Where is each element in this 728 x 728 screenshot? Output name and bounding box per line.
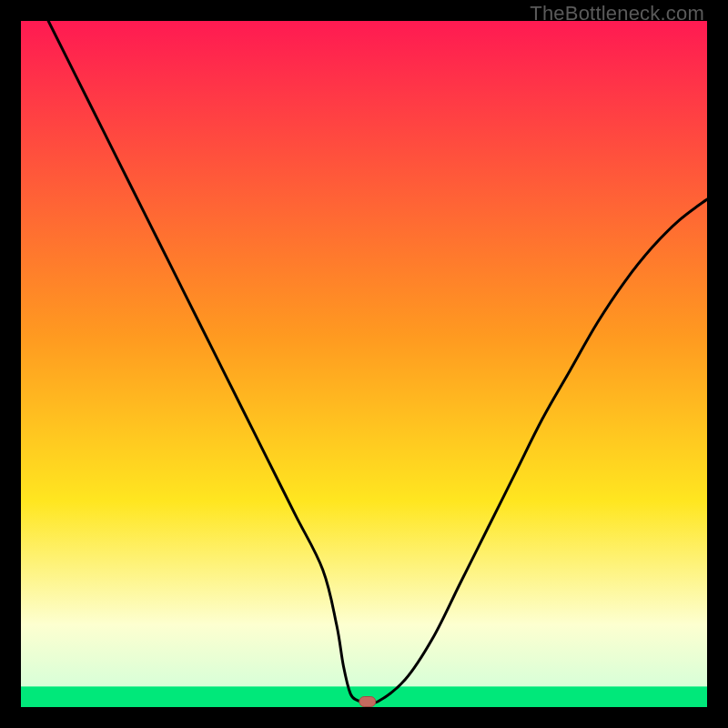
watermark-text: TheBottleneck.com	[530, 2, 704, 25]
gradient-background	[21, 21, 707, 707]
chart-frame	[21, 21, 707, 707]
optimal-marker	[359, 697, 376, 707]
bottleneck-chart	[21, 21, 707, 707]
